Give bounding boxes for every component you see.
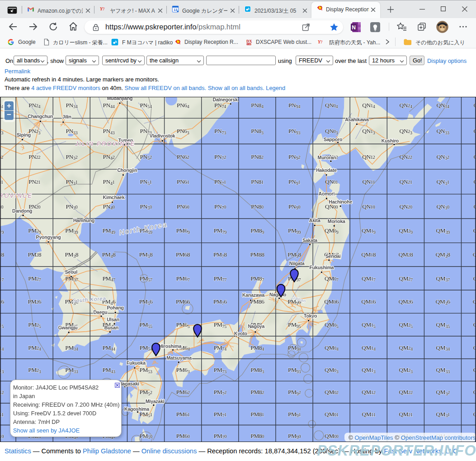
svg-text:PM51: PM51 bbox=[139, 411, 152, 418]
svg-text:Sapporo: Sapporo bbox=[324, 137, 342, 142]
svg-text:PM76: PM76 bbox=[213, 298, 227, 305]
svg-text:Kanazawa: Kanazawa bbox=[242, 292, 265, 298]
svg-text:Aomori: Aomori bbox=[319, 191, 335, 196]
svg-text:QN20: QN20 bbox=[399, 203, 412, 210]
svg-text:PN42: PN42 bbox=[103, 153, 115, 161]
svg-text:PM98: PM98 bbox=[287, 251, 301, 258]
svg-text:QN10: QN10 bbox=[362, 203, 375, 210]
svg-text:Morioka: Morioka bbox=[328, 219, 345, 224]
svg-text:Busan: Busan bbox=[104, 325, 118, 330]
svg-text:PN72: PN72 bbox=[214, 153, 226, 161]
svg-text:QM26: QM26 bbox=[399, 298, 414, 305]
svg-text:Muroran: Muroran bbox=[318, 155, 336, 160]
svg-text:Mudanjiang: Mudanjiang bbox=[107, 97, 132, 101]
svg-text:PN21: PN21 bbox=[28, 178, 40, 185]
svg-text:Ulsan: Ulsan bbox=[107, 317, 119, 322]
svg-text:Tokyo: Tokyo bbox=[304, 313, 317, 318]
svg-text:Siping: Siping bbox=[17, 132, 31, 138]
svg-text:PM52: PM52 bbox=[139, 389, 152, 396]
svg-text:QM28: QM28 bbox=[399, 251, 414, 258]
svg-text:QM01: QM01 bbox=[325, 411, 339, 418]
svg-text:Akita: Akita bbox=[309, 218, 320, 223]
svg-text:QN11: QN11 bbox=[362, 178, 375, 185]
svg-text:DX: DX bbox=[246, 39, 252, 43]
svg-text:Fukushima: Fukushima bbox=[310, 265, 334, 270]
svg-text:Hakodate: Hakodate bbox=[316, 167, 337, 173]
svg-text:PM70: PM70 bbox=[214, 432, 226, 440]
svg-text:Hiroshima: Hiroshima bbox=[159, 343, 182, 349]
svg-text:PM82: PM82 bbox=[250, 389, 264, 395]
svg-text:Sendai: Sendai bbox=[325, 253, 341, 259]
svg-text:Y7: Y7 bbox=[318, 39, 323, 44]
svg-text:Y7: Y7 bbox=[100, 6, 105, 11]
svg-text:QM18: QM18 bbox=[361, 251, 376, 258]
svg-text:Kushiro: Kushiro bbox=[382, 138, 399, 143]
svg-text:PM62: PM62 bbox=[176, 389, 190, 395]
svg-text:PM88: PM88 bbox=[250, 251, 264, 258]
svg-text:QM36: QM36 bbox=[436, 298, 451, 305]
svg-text:PM92: PM92 bbox=[288, 389, 301, 396]
svg-text:Niigata: Niigata bbox=[289, 261, 305, 266]
svg-text:PM90: PM90 bbox=[288, 432, 301, 440]
svg-text:Fukuoka: Fukuoka bbox=[127, 360, 146, 366]
svg-text:Pyongyang: Pyongyang bbox=[36, 234, 61, 240]
svg-text:QM38: QM38 bbox=[436, 251, 451, 258]
svg-text:PN31: PN31 bbox=[66, 178, 77, 185]
svg-text:PM81: PM81 bbox=[250, 411, 264, 418]
svg-text:PN80: PN80 bbox=[251, 203, 264, 210]
svg-text:Gwangju: Gwangju bbox=[58, 325, 78, 330]
svg-text:QM22: QM22 bbox=[399, 389, 413, 395]
svg-text:PN50: PN50 bbox=[140, 203, 152, 210]
svg-text:PN30: PN30 bbox=[66, 203, 77, 210]
svg-text:Matsuyama: Matsuyama bbox=[166, 355, 192, 361]
svg-text:PM86: PM86 bbox=[250, 298, 264, 305]
svg-text:N: N bbox=[352, 24, 356, 31]
svg-text:PN62: PN62 bbox=[177, 153, 189, 160]
svg-text:PN92: PN92 bbox=[288, 153, 300, 161]
svg-text:PM80: PM80 bbox=[250, 432, 264, 439]
svg-text:JILIN PROVINCE: JILIN PROVINCE bbox=[75, 141, 136, 147]
svg-text:PM66: PM66 bbox=[176, 298, 190, 305]
svg-text:PN81: PN81 bbox=[251, 178, 264, 185]
svg-text:PM48: PM48 bbox=[102, 251, 116, 258]
svg-text:PN32: PN32 bbox=[66, 153, 77, 161]
svg-text:ROVINCE: ROVINCE bbox=[0, 193, 33, 199]
svg-text:QM31: QM31 bbox=[436, 411, 450, 418]
svg-text:PN41: PN41 bbox=[103, 178, 115, 185]
svg-text:PM60: PM60 bbox=[176, 432, 190, 439]
svg-text:PN71: PN71 bbox=[214, 178, 226, 185]
svg-text:PM71: PM71 bbox=[214, 411, 226, 418]
svg-text:QM21: QM21 bbox=[399, 411, 413, 418]
svg-text:QN31: QN31 bbox=[437, 178, 449, 185]
svg-text:PM78: PM78 bbox=[213, 251, 227, 258]
svg-text:PN52: PN52 bbox=[140, 153, 152, 161]
svg-text:QM00: QM00 bbox=[325, 432, 339, 439]
svg-text:Nagasaki: Nagasaki bbox=[119, 381, 139, 386]
svg-text:Dalnegorsk: Dalnegorsk bbox=[213, 97, 238, 102]
svg-text:Seoul: Seoul bbox=[65, 269, 78, 275]
svg-text:Changchun: Changchun bbox=[28, 114, 53, 119]
svg-text:QM11: QM11 bbox=[362, 411, 375, 418]
svg-text:Miyazaki: Miyazaki bbox=[146, 399, 165, 404]
svg-text:QN21: QN21 bbox=[399, 178, 412, 185]
svg-text:Dandong: Dandong bbox=[12, 208, 32, 214]
svg-text:PN51: PN51 bbox=[140, 178, 152, 185]
svg-text:QN12: QN12 bbox=[362, 153, 375, 160]
svg-text:QM32: QM32 bbox=[436, 389, 450, 396]
svg-text:PM58: PM58 bbox=[139, 251, 153, 258]
svg-text:© OpenMapTiles © OpenStreetMap: © OpenMapTiles © OpenStreetMap contribut… bbox=[349, 434, 476, 441]
svg-text:PM68: PM68 bbox=[176, 251, 190, 258]
svg-text:PM38: PM38 bbox=[65, 251, 79, 258]
svg-text:PM28: PM28 bbox=[28, 251, 41, 258]
svg-text:Vladivostok: Vladivostok bbox=[150, 133, 175, 138]
svg-text:Asahikawa: Asahikawa bbox=[345, 117, 369, 122]
svg-text:QN32: QN32 bbox=[437, 153, 449, 161]
svg-text:PM91: PM91 bbox=[288, 411, 301, 418]
svg-text:QM06: QM06 bbox=[324, 298, 339, 305]
svg-text:PN82: PN82 bbox=[251, 153, 264, 160]
svg-text:PN70: PN70 bbox=[214, 203, 226, 210]
svg-text:Sakata: Sakata bbox=[302, 238, 317, 243]
svg-text:PN91: PN91 bbox=[288, 178, 300, 185]
svg-text:Daegu: Daegu bbox=[93, 309, 107, 315]
svg-text:PN60: PN60 bbox=[177, 203, 189, 210]
